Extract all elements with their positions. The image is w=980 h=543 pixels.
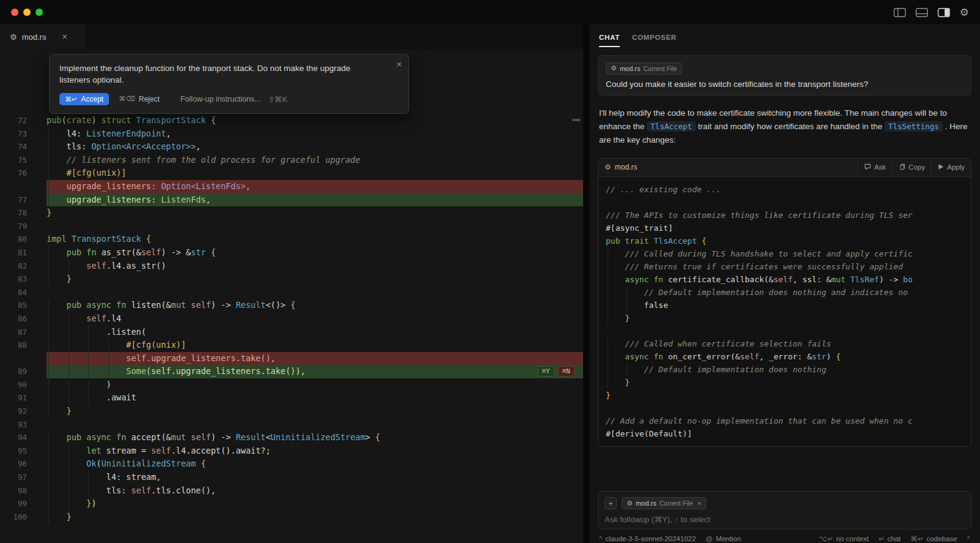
model-selector[interactable]: ^ claude-3-5-sonnet-20241022 [599, 535, 696, 542]
line-number: 98 [0, 484, 47, 498]
settings-gear-icon[interactable]: ⚙ [960, 7, 969, 18]
copy-button[interactable]: Copy [892, 159, 931, 176]
indent-guide [608, 299, 608, 312]
indent-guide [88, 365, 89, 378]
indent-guide [608, 363, 608, 376]
code-line: async fn certificate_callback(&self, ssl… [606, 273, 963, 286]
indent-guide [627, 299, 627, 312]
indent-guide [69, 352, 69, 365]
tab-label: mod.rs [22, 32, 47, 42]
tab-mod-rs[interactable]: ⚙ mod.rs × [0, 24, 86, 49]
indent-guide [608, 376, 608, 389]
indent-guide [69, 378, 69, 392]
footer-left: ^ claude-3-5-sonnet-20241022 @ Mention [599, 535, 741, 542]
chat-codeblock: ⚙ mod.rs Ask Copy [598, 158, 971, 447]
apply-label: Apply [947, 163, 965, 171]
followup-keybind: ⇧⌘K [268, 95, 287, 104]
editor-body[interactable]: × Implement the cleanup function for the… [0, 49, 583, 543]
codeblock-header: ⚙ mod.rs Ask Copy [598, 159, 971, 177]
chat-messages: ⚙ mod.rs Current File Could you make it … [589, 47, 980, 484]
line-number: 90 [0, 378, 47, 392]
code-line: 89 Some(self.upgrade_listeners.take()),⌘… [0, 365, 583, 378]
chat-input[interactable] [605, 515, 965, 524]
code-line: /// Called when certificate selection fa… [606, 337, 963, 350]
code-line: 80impl TransportStack { [0, 233, 583, 246]
ask-label: Ask [874, 163, 886, 171]
diff-badge-reject[interactable]: ⌘N [558, 366, 575, 376]
pane-divider[interactable] [583, 24, 589, 543]
hint-no-context[interactable]: ⌥↵ no context [819, 534, 869, 543]
tab-chat[interactable]: CHAT [599, 34, 620, 47]
minimize-window-button[interactable] [23, 9, 31, 16]
indent-guide [608, 260, 608, 273]
apply-button[interactable]: Apply [931, 159, 971, 176]
code-line: 96 Ok(UninitializedStream { [0, 457, 583, 471]
code-line: 75 // listeners sent from the old proces… [0, 154, 583, 167]
indent-guide [48, 484, 49, 498]
mention-button[interactable]: @ Mention [706, 535, 741, 542]
code-line [606, 324, 963, 337]
line-number: 95 [0, 444, 47, 458]
hint-codebase[interactable]: ⌘↵ codebase [911, 534, 957, 543]
indent-guide [108, 339, 109, 352]
toggle-bottom-panel-icon[interactable] [916, 8, 928, 17]
code-line: false [606, 299, 963, 312]
popup-instruction-text: Implement the cleanup function for the t… [59, 62, 380, 86]
ask-button[interactable]: Ask [858, 159, 892, 176]
reject-button[interactable]: ⌘⌫ Reject [119, 95, 160, 103]
hint-label: codebase [927, 535, 957, 542]
popup-close-icon[interactable]: × [396, 59, 402, 69]
indent-guide [608, 312, 608, 324]
followup-instructions-button[interactable]: Follow-up instructions... ⇧⌘K [180, 95, 287, 104]
user-message-text: Could you make it easier to switch certi… [606, 80, 963, 89]
code-line: // Add a default no-op implementation th… [606, 414, 963, 427]
code-line: 99 }) [0, 497, 583, 511]
line-number: 97 [0, 471, 47, 484]
line-number: 81 [0, 246, 47, 260]
code-line: 87 .listen( [0, 326, 583, 339]
chat-input-card[interactable]: + ⚙ mod.rs Current File × [598, 491, 971, 530]
indent-guide [48, 127, 49, 141]
accept-button[interactable]: ⌘↵ Accept [59, 93, 109, 105]
toggle-left-panel-icon[interactable] [894, 8, 906, 17]
indent-guide [69, 391, 69, 405]
code-line: 94 pub async fn accept(&mut self) -> Res… [0, 431, 583, 444]
indent-guide [69, 260, 69, 273]
close-window-button[interactable] [11, 9, 18, 16]
close-tab-icon[interactable]: × [62, 32, 67, 42]
add-context-button[interactable]: + [605, 497, 617, 509]
indent-guide [608, 247, 608, 260]
code-line: 92 } [0, 405, 583, 418]
remove-context-icon[interactable]: × [697, 500, 701, 507]
input-context-chip[interactable]: ⚙ mod.rs Current File × [622, 497, 706, 509]
context-chip[interactable]: ⚙ mod.rs Current File [606, 62, 682, 75]
line-number: 89 [0, 365, 47, 378]
code-line: upgrade_listeners: Option<ListenFds>, [0, 180, 583, 193]
indent-guide [627, 286, 627, 299]
rust-file-icon: ⚙ [605, 163, 611, 171]
hint-chat[interactable]: ↵ chat [878, 534, 900, 543]
window-controls [11, 9, 43, 16]
input-context-row: + ⚙ mod.rs Current File × [605, 497, 965, 509]
chip-file-label: mod.rs [620, 65, 641, 72]
accept-keybind: ⌘↵ [65, 95, 77, 103]
line-number: 73 [0, 127, 47, 141]
indent-guide [108, 365, 109, 378]
code-line: 74 tls: Option<Arc<Acceptor>>, [0, 140, 583, 154]
indent-guide [48, 154, 49, 167]
code-line: 91 .await [0, 391, 583, 405]
toggle-right-panel-icon[interactable] [938, 8, 950, 17]
code-line: 85 pub async fn listen(&mut self) -> Res… [0, 299, 583, 312]
indent-guide [48, 405, 49, 418]
code-line: // ... existing code ... [606, 183, 963, 196]
chevron-up-icon[interactable]: ^ [967, 535, 970, 542]
tab-composer[interactable]: COMPOSER [632, 34, 677, 47]
indent-guide [69, 444, 69, 458]
line-number: 88 [0, 339, 47, 352]
indent-guide [69, 339, 69, 352]
zoom-window-button[interactable] [36, 9, 43, 16]
scrollbar-thumb[interactable] [572, 119, 581, 121]
copy-icon [899, 163, 905, 171]
indent-guide [108, 352, 109, 365]
diff-badge-accept[interactable]: ⌘Y [538, 366, 554, 376]
